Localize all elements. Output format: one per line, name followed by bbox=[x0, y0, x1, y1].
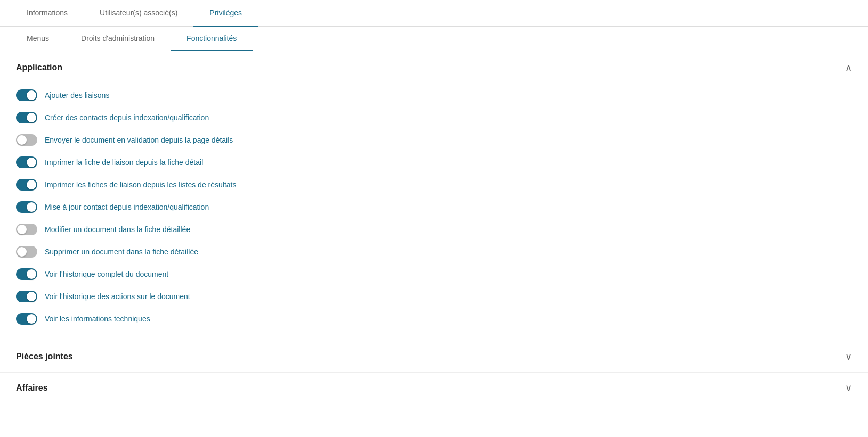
toggle-envoyer-validation[interactable] bbox=[16, 134, 37, 146]
toggle-item-voir-historique-actions: Voir l'historique des actions sur le doc… bbox=[16, 285, 852, 308]
toggle-label-mise-a-jour: Mise à jour contact depuis indexation/qu… bbox=[45, 203, 209, 211]
top-tab-informations[interactable]: Informations bbox=[11, 0, 84, 27]
application-chevron-icon: ∧ bbox=[845, 62, 852, 73]
toggle-supprimer-document[interactable] bbox=[16, 246, 37, 258]
pieces-jointes-header[interactable]: Pièces jointes ∨ bbox=[16, 341, 852, 372]
pieces-jointes-title: Pièces jointes bbox=[16, 352, 73, 361]
toggle-ajouter-liaisons[interactable] bbox=[16, 89, 37, 101]
toggle-label-ajouter-liaisons: Ajouter des liaisons bbox=[45, 91, 109, 100]
toggle-item-creer-contacts: Créer des contacts depuis indexation/qua… bbox=[16, 106, 852, 129]
pieces-jointes-chevron-icon: ∨ bbox=[845, 351, 852, 362]
toggle-item-imprimer-fiche: Imprimer la fiche de liaison depuis la f… bbox=[16, 151, 852, 174]
toggle-item-envoyer-validation: Envoyer le document en validation depuis… bbox=[16, 129, 852, 151]
toggle-label-imprimer-fiches: Imprimer les fiches de liaison depuis le… bbox=[45, 180, 237, 189]
toggle-voir-historique-actions[interactable] bbox=[16, 291, 37, 302]
toggle-label-imprimer-fiche: Imprimer la fiche de liaison depuis la f… bbox=[45, 158, 203, 167]
toggle-mise-a-jour[interactable] bbox=[16, 201, 37, 213]
sub-tab-menus[interactable]: Menus bbox=[11, 27, 65, 51]
sub-tab-droits[interactable]: Droits d'administration bbox=[65, 27, 171, 51]
toggle-imprimer-fiches[interactable] bbox=[16, 179, 37, 191]
toggle-voir-historique-complet[interactable] bbox=[16, 268, 37, 280]
toggle-label-supprimer-document: Supprimer un document dans la fiche déta… bbox=[45, 248, 198, 256]
toggle-item-voir-informations-techniques: Voir les informations techniques bbox=[16, 308, 852, 330]
affaires-header[interactable]: Affaires ∨ bbox=[16, 373, 852, 403]
toggle-item-ajouter-liaisons: Ajouter des liaisons bbox=[16, 84, 852, 106]
affaires-section: Affaires ∨ bbox=[0, 372, 868, 403]
affaires-chevron-icon: ∨ bbox=[845, 382, 852, 394]
top-tabs: InformationsUtilisateur(s) associé(s)Pri… bbox=[0, 0, 868, 27]
pieces-jointes-section: Pièces jointes ∨ bbox=[0, 341, 868, 372]
application-section: Application ∧ bbox=[0, 51, 868, 79]
toggle-imprimer-fiche[interactable] bbox=[16, 156, 37, 168]
sub-tab-fonctionnalites[interactable]: Fonctionnalités bbox=[171, 27, 253, 51]
application-section-header[interactable]: Application ∧ bbox=[16, 51, 852, 79]
toggle-item-modifier-document: Modifier un document dans la fiche détai… bbox=[16, 218, 852, 241]
sub-tabs: MenusDroits d'administrationFonctionnali… bbox=[0, 27, 868, 51]
toggle-label-voir-historique-complet: Voir l'historique complet du document bbox=[45, 270, 168, 278]
toggle-item-voir-historique-complet: Voir l'historique complet du document bbox=[16, 263, 852, 285]
toggle-label-creer-contacts: Créer des contacts depuis indexation/qua… bbox=[45, 113, 209, 122]
top-tab-privileges[interactable]: Privilèges bbox=[193, 0, 258, 27]
application-toggle-list: Ajouter des liaisonsCréer des contacts d… bbox=[0, 79, 868, 341]
top-tab-utilisateurs[interactable]: Utilisateur(s) associé(s) bbox=[84, 0, 193, 27]
toggle-modifier-document[interactable] bbox=[16, 224, 37, 235]
toggle-creer-contacts[interactable] bbox=[16, 112, 37, 123]
toggle-item-mise-a-jour: Mise à jour contact depuis indexation/qu… bbox=[16, 196, 852, 218]
application-section-title: Application bbox=[16, 63, 62, 72]
toggle-label-envoyer-validation: Envoyer le document en validation depuis… bbox=[45, 136, 233, 144]
toggle-label-voir-historique-actions: Voir l'historique des actions sur le doc… bbox=[45, 292, 190, 301]
toggle-label-modifier-document: Modifier un document dans la fiche détai… bbox=[45, 225, 190, 234]
toggle-voir-informations-techniques[interactable] bbox=[16, 313, 37, 325]
toggle-item-imprimer-fiches: Imprimer les fiches de liaison depuis le… bbox=[16, 174, 852, 196]
toggle-item-supprimer-document: Supprimer un document dans la fiche déta… bbox=[16, 241, 852, 263]
affaires-title: Affaires bbox=[16, 383, 48, 393]
toggle-label-voir-informations-techniques: Voir les informations techniques bbox=[45, 315, 150, 323]
